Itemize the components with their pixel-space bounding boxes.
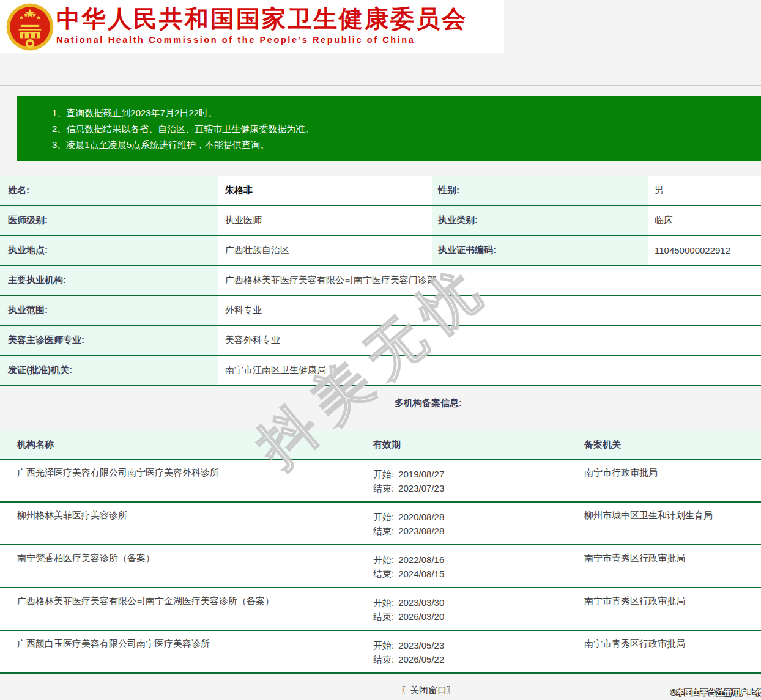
field-value-doctor-level: 执业医师 bbox=[218, 206, 432, 235]
header-titles: 中华人民共和国国家卫生健康委员会 National Health Commiss… bbox=[56, 5, 484, 45]
field-label-issuing-authority: 发证(批准)机关: bbox=[0, 356, 218, 385]
field-value-issuing-authority: 南宁市江南区卫生健康局 bbox=[218, 356, 761, 385]
page: 中华人民共和国国家卫生健康委员会 National Health Commiss… bbox=[0, 0, 761, 696]
start-date: 2023/03/30 bbox=[398, 597, 444, 608]
field-value-practice-category: 临床 bbox=[648, 206, 761, 235]
start-label: 开始: bbox=[373, 469, 394, 479]
validity-end: 结束:2026/03/20 bbox=[373, 610, 584, 624]
filing-authority: 南宁市青秀区行政审批局 bbox=[584, 553, 761, 587]
field-value-certificate-number: 110450000022912 bbox=[648, 236, 761, 265]
table-row: 执业范围: 外科专业 bbox=[0, 296, 761, 326]
column-header-validity: 有效期 bbox=[373, 439, 584, 451]
end-label: 结束: bbox=[373, 611, 394, 622]
validity-start: 开始:2023/05/23 bbox=[373, 638, 584, 652]
institution-name: 广西颜白玉医疗美容有限公司南宁医疗美容诊所 bbox=[0, 638, 373, 672]
end-date: 2023/08/28 bbox=[398, 526, 444, 536]
field-label-certificate-number: 执业证书编码: bbox=[432, 236, 648, 265]
validity-period: 开始:2023/05/23 结束:2026/05/22 bbox=[373, 638, 584, 672]
field-value-practice-location: 广西壮族自治区 bbox=[218, 236, 432, 265]
end-label: 结束: bbox=[373, 483, 394, 493]
table-row: 执业地点: 广西壮族自治区 执业证书编码: 110450000022912 bbox=[0, 236, 761, 266]
validity-end: 结束:2023/07/23 bbox=[373, 481, 584, 495]
institution-name: 广西格林美菲医疗美容有限公司南宁金湖医疗美容诊所（备案） bbox=[0, 595, 373, 630]
end-date: 2026/03/20 bbox=[398, 611, 444, 622]
table-row: 主要执业机构: 广西格林美菲医疗美容有限公司南宁医疗美容门诊部 bbox=[0, 266, 761, 296]
field-label-practice-location: 执业地点: bbox=[0, 236, 218, 265]
end-label: 结束: bbox=[373, 654, 394, 665]
filing-authority: 南宁市行政审批局 bbox=[584, 467, 761, 501]
site-header: 中华人民共和国国家卫生健康委员会 National Health Commiss… bbox=[0, 0, 504, 53]
validity-start: 开始:2020/08/28 bbox=[373, 510, 584, 524]
validity-end: 结束:2024/08/15 bbox=[373, 567, 584, 581]
table-row: 美容主诊医师专业: 美容外科专业 bbox=[0, 326, 761, 356]
start-date: 2019/08/27 bbox=[398, 469, 444, 479]
notice-line-1: 1、查询数据截止到2023年7月2日22时。 bbox=[52, 105, 761, 121]
site-title-chinese: 中华人民共和国国家卫生健康委员会 bbox=[56, 5, 484, 33]
field-label-name: 姓名: bbox=[0, 176, 218, 205]
notice-line-3: 3、凌晨1点至凌晨5点系统进行维护，不能提供查询。 bbox=[52, 137, 761, 153]
start-date: 2023/05/23 bbox=[398, 640, 444, 650]
filings-table-header: 机构名称 有效期 备案机关 bbox=[0, 431, 761, 460]
field-label-practice-scope: 执业范围: bbox=[0, 296, 218, 325]
filing-row: 南宁梵香柏医疗美容诊所（备案） 开始:2022/08/16 结束:2024/08… bbox=[0, 545, 761, 588]
column-header-filing-authority: 备案机关 bbox=[584, 439, 761, 451]
field-value-practice-scope: 外科专业 bbox=[218, 296, 761, 325]
institution-name: 南宁梵香柏医疗美容诊所（备案） bbox=[0, 553, 373, 587]
start-label: 开始: bbox=[373, 554, 394, 565]
start-date: 2022/08/16 bbox=[398, 554, 444, 565]
filings-table: 机构名称 有效期 备案机关 广西光泽医疗美容有限公司南宁医疗美容外科诊所 开始:… bbox=[0, 431, 761, 674]
column-header-institution-name: 机构名称 bbox=[0, 439, 373, 451]
filing-authority: 南宁市青秀区行政审批局 bbox=[584, 638, 761, 672]
start-label: 开始: bbox=[373, 597, 394, 608]
validity-period: 开始:2023/03/30 结束:2026/03/20 bbox=[373, 595, 584, 630]
field-value-main-institution: 广西格林美菲医疗美容有限公司南宁医疗美容门诊部 bbox=[218, 266, 761, 295]
filing-row: 广西颜白玉医疗美容有限公司南宁医疗美容诊所 开始:2023/05/23 结束:2… bbox=[0, 631, 761, 674]
table-row: 发证(批准)机关: 南宁市江南区卫生健康局 bbox=[0, 356, 761, 386]
filing-authority: 南宁市青秀区行政审批局 bbox=[584, 595, 761, 630]
field-label-practice-category: 执业类别: bbox=[432, 206, 648, 235]
field-label-cosmetic-specialty: 美容主诊医师专业: bbox=[0, 326, 218, 355]
filing-row: 广西格林美菲医疗美容有限公司南宁金湖医疗美容诊所（备案） 开始:2023/03/… bbox=[0, 588, 761, 631]
field-value-cosmetic-specialty: 美容外科专业 bbox=[218, 326, 761, 355]
china-national-emblem-icon bbox=[6, 2, 54, 52]
filing-row: 广西光泽医疗美容有限公司南宁医疗美容外科诊所 开始:2019/08/27 结束:… bbox=[0, 460, 761, 503]
end-date: 2023/07/23 bbox=[398, 483, 444, 493]
table-row: 医师级别: 执业医师 执业类别: 临床 bbox=[0, 206, 761, 236]
start-label: 开始: bbox=[373, 512, 394, 522]
validity-end: 结束:2023/08/28 bbox=[373, 524, 584, 538]
field-value-name: 朱格非 bbox=[218, 176, 432, 205]
filing-authority: 柳州市城中区卫生和计划生育局 bbox=[584, 510, 761, 544]
header-divider bbox=[0, 53, 761, 86]
validity-period: 开始:2022/08/16 结束:2024/08/15 bbox=[373, 553, 584, 587]
field-value-gender: 男 bbox=[648, 176, 761, 205]
institution-name: 柳州格林美菲医疗美容诊所 bbox=[0, 510, 373, 544]
field-label-doctor-level: 医师级别: bbox=[0, 206, 218, 235]
validity-start: 开始:2019/08/27 bbox=[373, 467, 584, 481]
end-date: 2026/05/22 bbox=[398, 654, 444, 665]
notice-line-2: 2、信息数据结果以各省、自治区、直辖市卫生健康委数据为准。 bbox=[52, 121, 761, 137]
end-label: 结束: bbox=[373, 569, 394, 579]
validity-period: 开始:2020/08/28 结束:2023/08/28 bbox=[373, 510, 584, 544]
multi-institution-section-title: 多机构备案信息: bbox=[0, 386, 761, 409]
institution-name: 广西光泽医疗美容有限公司南宁医疗美容外科诊所 bbox=[0, 467, 373, 501]
doctor-info-table: 姓名: 朱格非 性别: 男 医师级别: 执业医师 执业类别: 临床 执业地点: … bbox=[0, 176, 761, 386]
end-label: 结束: bbox=[373, 526, 394, 536]
notice-box: 1、查询数据截止到2023年7月2日22时。 2、信息数据结果以各省、自治区、直… bbox=[17, 96, 761, 161]
site-title-english: National Health Commission of the People… bbox=[56, 35, 484, 45]
validity-start: 开始:2023/03/30 bbox=[373, 595, 584, 610]
validity-end: 结束:2026/05/22 bbox=[373, 652, 584, 666]
table-row: 姓名: 朱格非 性别: 男 bbox=[0, 176, 761, 206]
start-date: 2020/08/28 bbox=[398, 512, 444, 522]
uploader-credit-watermark: ©本图由平台注册用户上传 bbox=[670, 687, 761, 698]
end-date: 2024/08/15 bbox=[398, 569, 444, 579]
validity-start: 开始:2022/08/16 bbox=[373, 553, 584, 567]
section-band: 多机构备案信息: bbox=[0, 386, 761, 431]
field-label-main-institution: 主要执业机构: bbox=[0, 266, 218, 295]
footer: 〖关闭窗口〗 bbox=[0, 674, 761, 696]
validity-period: 开始:2019/08/27 结束:2023/07/23 bbox=[373, 467, 584, 501]
start-label: 开始: bbox=[373, 640, 394, 650]
close-window-link[interactable]: 〖关闭窗口〗 bbox=[401, 685, 456, 695]
filing-row: 柳州格林美菲医疗美容诊所 开始:2020/08/28 结束:2023/08/28… bbox=[0, 503, 761, 545]
field-label-gender: 性别: bbox=[432, 176, 648, 205]
